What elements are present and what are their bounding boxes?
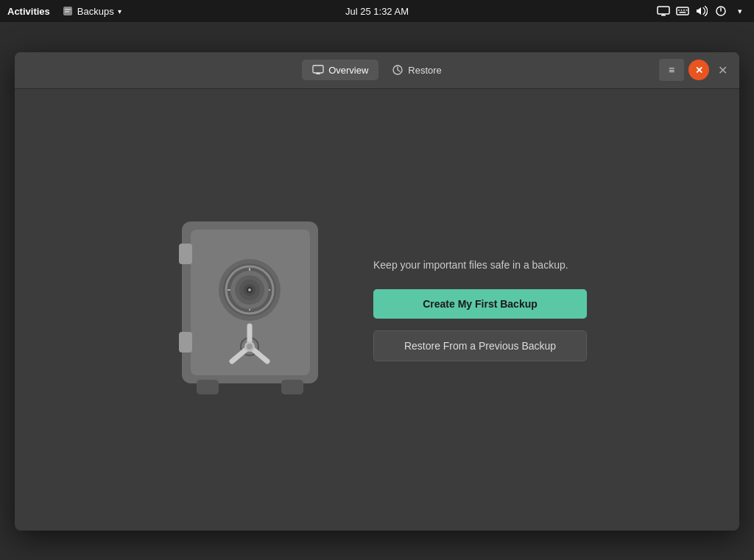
svg-point-33 <box>248 288 251 291</box>
app-menu[interactable]: Backups ▾ <box>62 5 121 17</box>
svg-rect-1 <box>65 9 71 10</box>
main-content: Keep your important files safe in a back… <box>15 89 739 531</box>
volume-icon[interactable] <box>695 4 708 18</box>
overview-tab-icon <box>312 64 324 76</box>
tagline-text: Keep your important files safe in a back… <box>373 258 587 273</box>
svg-rect-2 <box>65 11 69 13</box>
svg-rect-11 <box>680 12 686 13</box>
system-topbar: Activities Backups ▾ Jul 25 1:32 AM <box>0 0 754 22</box>
svg-point-39 <box>247 344 253 350</box>
topbar-left: Activities Backups ▾ <box>7 5 121 17</box>
svg-rect-15 <box>317 73 320 74</box>
svg-rect-9 <box>683 10 685 11</box>
headerbar-right: ≡ ✕ ✕ <box>452 59 732 81</box>
topbar-right: ▾ <box>657 4 747 18</box>
system-menu-icon[interactable]: ▾ <box>733 4 747 18</box>
dropdown-arrow-icon: ▾ <box>118 7 121 15</box>
content-inner: Keep your important files safe in a back… <box>167 210 587 409</box>
create-backup-button[interactable]: Create My First Backup <box>373 289 587 319</box>
svg-rect-6 <box>677 7 688 15</box>
tab-overview-label: Overview <box>328 65 368 76</box>
backups-app-icon <box>62 5 74 17</box>
tab-bar: Overview Restore <box>302 60 452 80</box>
power-icon[interactable] <box>714 4 727 18</box>
restore-tab-icon <box>392 64 404 76</box>
hamburger-menu-button[interactable]: ≡ <box>659 59 684 81</box>
svg-rect-41 <box>281 380 303 394</box>
headerbar: Overview Restore ≡ ✕ ✕ <box>15 52 739 89</box>
activities-button[interactable]: Activities <box>7 6 50 17</box>
svg-rect-10 <box>686 10 688 11</box>
svg-rect-7 <box>678 10 680 11</box>
svg-rect-20 <box>179 332 192 352</box>
svg-rect-19 <box>179 244 192 264</box>
safe-illustration <box>167 210 329 409</box>
svg-rect-5 <box>663 14 664 15</box>
tab-overview[interactable]: Overview <box>302 60 378 80</box>
svg-rect-8 <box>681 10 683 11</box>
app-label: Backups <box>77 6 114 17</box>
display-icon[interactable] <box>657 4 670 18</box>
right-panel: Keep your important files safe in a back… <box>373 258 587 361</box>
tab-restore[interactable]: Restore <box>381 60 452 80</box>
clock: Jul 25 1:32 AM <box>345 6 409 17</box>
svg-rect-3 <box>658 7 669 14</box>
tab-restore-label: Restore <box>408 65 442 76</box>
close-window-button[interactable]: ✕ <box>688 60 709 80</box>
svg-rect-13 <box>313 65 323 73</box>
desktop-background: Overview Restore ≡ ✕ ✕ <box>0 22 754 560</box>
backups-window: Overview Restore ≡ ✕ ✕ <box>15 52 739 531</box>
restore-backup-button[interactable]: Restore From a Previous Backup <box>373 330 587 361</box>
keyboard-icon[interactable] <box>676 4 689 18</box>
svg-rect-40 <box>197 380 219 394</box>
window-x-button[interactable]: ✕ <box>714 62 732 79</box>
